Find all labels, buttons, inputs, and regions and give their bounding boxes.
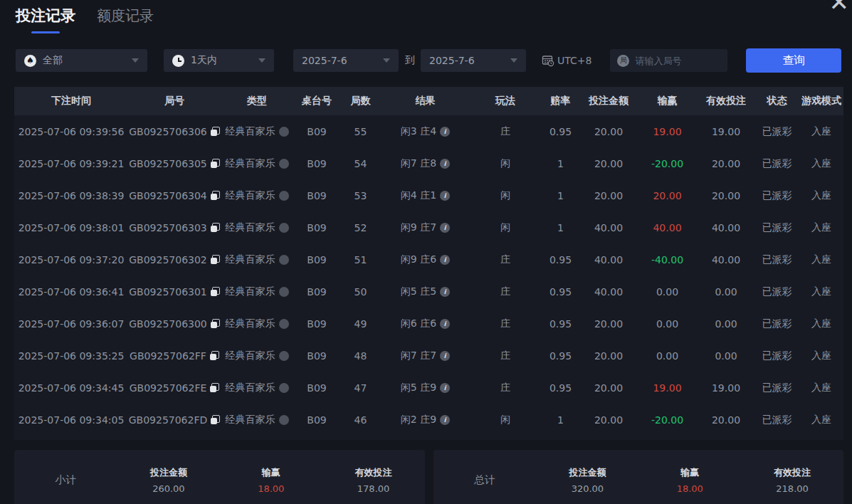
cell-odds: 0.95 (541, 318, 580, 330)
cell-valid_bet: 19.00 (698, 126, 754, 137)
cell-mode-text: 入座 (811, 317, 831, 330)
cell-win_loss: 40.00 (637, 222, 698, 233)
game-detail-icon[interactable] (279, 383, 289, 393)
game-type-select[interactable]: ♠ 全部 (16, 49, 147, 72)
copy-icon[interactable] (210, 383, 219, 392)
cell-win_loss: 0.00 (637, 318, 698, 330)
cell-valid_bet: 40.00 (698, 254, 754, 266)
game-detail-icon[interactable] (279, 223, 289, 233)
col-header-play: 玩法 (470, 95, 541, 107)
cell-round_no-text: 48 (354, 350, 367, 362)
cell-win_loss-text: -20.00 (651, 158, 683, 169)
cell-play: 闲 (470, 414, 541, 426)
cell-bet-text: 40.00 (594, 222, 623, 233)
cell-result-text: 闲9 庄6 (401, 253, 436, 266)
close-icon[interactable]: ✕ (829, 0, 850, 14)
table-row: 2025-07-06 09:39:21GB0925706305经典百家乐B095… (14, 147, 843, 179)
table-row: 2025-07-06 09:36:07GB0925706300经典百家乐B094… (14, 308, 843, 340)
copy-icon[interactable] (211, 127, 220, 136)
stat-title: 输赢 (220, 466, 322, 479)
cell-valid_bet: 0.00 (698, 318, 754, 330)
cell-odds: 0.95 (541, 350, 580, 362)
cell-result: 闲7 庄8i (381, 157, 470, 170)
cell-status: 已派彩 (754, 285, 799, 298)
cell-table_no: B09 (293, 318, 340, 330)
timezone-label: UTC+8 (557, 55, 591, 66)
cell-type: 经典百家乐 (221, 253, 293, 266)
info-icon[interactable]: i (440, 383, 450, 393)
cell-round_no-text: 50 (354, 286, 367, 298)
cell-play-text: 庄 (500, 253, 510, 266)
stat-title: 输赢 (638, 466, 741, 479)
cell-bet: 20.00 (580, 318, 637, 330)
cell-round_no-text: 53 (354, 190, 367, 201)
info-icon[interactable]: i (440, 287, 450, 297)
game-detail-icon[interactable] (279, 127, 289, 137)
info-icon[interactable]: i (440, 319, 450, 329)
game-detail-icon[interactable] (279, 415, 289, 425)
game-detail-icon[interactable] (279, 191, 289, 201)
tab-quota-records[interactable]: 额度记录 (97, 6, 154, 33)
cell-bet: 40.00 (580, 286, 637, 298)
search-button[interactable]: 查询 (746, 48, 841, 73)
copy-icon[interactable] (211, 223, 220, 232)
cell-mode-text: 入座 (811, 157, 831, 170)
cell-result-text: 闲9 庄7 (401, 221, 436, 234)
total-validbet: 有效投注 218.00 (741, 466, 843, 494)
info-icon[interactable]: i (440, 351, 450, 361)
cell-odds: 0.95 (541, 254, 580, 266)
copy-icon[interactable] (210, 351, 219, 360)
cell-play: 庄 (470, 382, 541, 394)
game-detail-icon[interactable] (279, 351, 289, 361)
info-icon[interactable]: i (440, 159, 450, 169)
cell-type: 经典百家乐 (221, 157, 293, 170)
cell-status: 已派彩 (754, 414, 799, 426)
stat-title: 投注金额 (117, 466, 220, 479)
copy-icon[interactable] (211, 255, 220, 264)
date-to-select[interactable]: 2025-7-6 (421, 49, 526, 72)
info-icon[interactable]: i (440, 255, 450, 265)
cell-play-text: 闲 (500, 189, 510, 202)
info-icon[interactable]: i (440, 415, 450, 425)
game-detail-icon[interactable] (279, 319, 289, 329)
date-from-select[interactable]: 2025-7-6 (293, 49, 399, 72)
copy-icon[interactable] (211, 319, 220, 328)
cell-status-text: 已派彩 (762, 253, 792, 266)
copy-icon[interactable] (211, 287, 220, 296)
game-detail-icon[interactable] (279, 159, 289, 169)
clock-icon (172, 55, 184, 67)
game-detail-icon[interactable] (279, 255, 289, 265)
cell-odds-text: 0.95 (549, 382, 572, 394)
stat-title: 有效投注 (741, 466, 843, 479)
cell-result: 闲5 庄9i (381, 382, 470, 394)
cell-valid_bet-text: 40.00 (712, 222, 740, 233)
time-range-select[interactable]: 1天内 (164, 49, 274, 72)
cell-mode: 入座 (799, 350, 843, 362)
info-icon[interactable]: i (440, 191, 450, 201)
cell-round_id-text: GB09257062FD (129, 414, 208, 426)
cell-play-text: 庄 (500, 350, 510, 362)
stat-value: 260.00 (117, 483, 220, 494)
game-detail-icon[interactable] (279, 287, 289, 297)
round-id-input-wrap: 局 (610, 49, 727, 72)
cell-win_loss: -20.00 (637, 158, 698, 169)
round-id-input[interactable] (635, 56, 719, 66)
cell-play: 庄 (470, 350, 541, 362)
cell-odds: 1 (541, 190, 580, 201)
tab-betting-records[interactable]: 投注记录 (16, 6, 75, 33)
cell-type-text: 经典百家乐 (226, 350, 275, 362)
cell-time: 2025-07-06 09:35:25 (14, 350, 128, 362)
cell-round_id-text: GB0925706305 (129, 158, 207, 169)
copy-icon[interactable] (211, 159, 220, 168)
copy-icon[interactable] (211, 191, 220, 200)
bet-records-table: 下注时间局号类型桌台号局数结果玩法赔率投注金额输赢有效投注状态游戏模式 2025… (14, 87, 843, 440)
cell-time-text: 2025-07-06 09:38:39 (19, 190, 125, 201)
info-icon[interactable]: i (440, 223, 450, 233)
cell-round_no-text: 52 (354, 222, 367, 233)
cell-valid_bet-text: 20.00 (712, 414, 740, 426)
info-icon[interactable]: i (440, 127, 450, 137)
cell-round_no: 52 (340, 222, 381, 233)
subtotal-bet: 投注金额 260.00 (117, 466, 220, 494)
copy-icon[interactable] (211, 415, 220, 424)
stat-value: 18.00 (220, 483, 322, 494)
